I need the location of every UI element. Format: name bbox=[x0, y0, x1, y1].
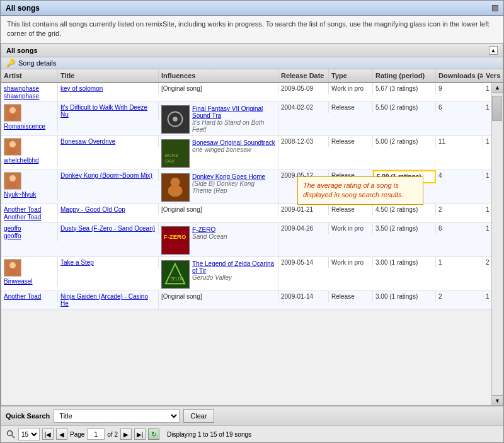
scroll-down-button[interactable]: ▼ bbox=[492, 395, 503, 405]
svg-point-4 bbox=[173, 117, 178, 122]
song-title-link[interactable]: Dusty Sea (F-Zero - Sand Ocean) bbox=[60, 225, 155, 232]
artist-link[interactable]: Another Toad bbox=[4, 293, 41, 300]
scroll-track bbox=[492, 93, 503, 395]
last-page-button[interactable]: ▶| bbox=[134, 429, 146, 440]
influence-sub: Gerudo Valley bbox=[192, 274, 275, 281]
artist-link[interactable]: Nyuk~Nyuk bbox=[4, 191, 36, 198]
release-date-cell: 2008-12-03 bbox=[278, 136, 329, 147]
artist-link[interactable]: Binweasel bbox=[4, 278, 33, 285]
influence-thumb: Donkey Kong Goes Home (Side B) Donkey Ko… bbox=[161, 173, 275, 202]
footer-bar: Quick Search Title Artist Clear bbox=[1, 406, 503, 425]
first-page-button[interactable]: |◀ bbox=[42, 429, 54, 440]
avatar-figure-icon bbox=[6, 140, 20, 154]
svg-text:ZELDA: ZELDA bbox=[170, 276, 184, 280]
window-title: All songs bbox=[6, 4, 40, 13]
title-cell: Bonesaw Overdrive bbox=[58, 136, 159, 147]
influence-cell: F-ZERO F-ZERO Sand Ocean bbox=[159, 223, 278, 256]
artist-link[interactable]: geoffo bbox=[4, 225, 21, 232]
influence-link[interactable]: Donkey Kong Goes Home bbox=[192, 173, 275, 180]
influence-sub: Sand Ocean bbox=[192, 233, 227, 240]
panel-title: All songs bbox=[6, 47, 38, 54]
song-title-link[interactable]: Mappy - Good Old Cop bbox=[60, 206, 125, 213]
influence-text: [Original song] bbox=[161, 85, 202, 92]
artist-cell: shawnphase shawnphase bbox=[1, 83, 58, 101]
avatar bbox=[4, 138, 21, 156]
window-control-icon[interactable] bbox=[492, 5, 498, 11]
scroll-thumb[interactable] bbox=[492, 96, 502, 121]
release-date-cell: 2009-04-26 bbox=[278, 223, 329, 234]
influence-info: Donkey Kong Goes Home (Side B) Donkey Ko… bbox=[192, 173, 275, 194]
grid-body: shawnphase shawnphase key of solomon [Or… bbox=[1, 83, 491, 405]
artist-link-2[interactable]: geoffo bbox=[4, 233, 21, 239]
artist-link-2[interactable]: shawnphase bbox=[4, 93, 39, 100]
downloads-cell: 4 bbox=[436, 170, 483, 181]
artist-cell: Binweasel bbox=[1, 257, 58, 287]
search-icon[interactable] bbox=[6, 429, 16, 439]
influence-sub: (Side B) Donkey Kong Theme (Rep bbox=[192, 180, 275, 194]
influence-thumb: BONE SAW Bonesaw Original Soundtrack one… bbox=[161, 139, 275, 168]
scrollbar[interactable]: ▲ ▼ bbox=[491, 83, 503, 405]
thumb-image: F-ZERO bbox=[161, 226, 190, 255]
artist-link[interactable]: shawnphase bbox=[4, 85, 39, 92]
search-field-select[interactable]: Title Artist bbox=[54, 409, 180, 423]
influence-info: Final Fantasy VII Original Sound Tra It'… bbox=[192, 105, 275, 133]
song-title-link[interactable]: Bonesaw Overdrive bbox=[60, 138, 115, 145]
influence-thumb: ZELDA The Legend of Zelda Ocarina of Tir… bbox=[161, 260, 275, 289]
title-cell: key of solomon bbox=[58, 83, 159, 94]
artist-cell: Nyuk~Nyuk bbox=[1, 170, 58, 200]
song-title-link[interactable]: key of solomon bbox=[60, 85, 103, 92]
clear-button[interactable]: Clear bbox=[183, 409, 214, 423]
table-row: whelchelbhd Bonesaw Overdrive BONE SAW bbox=[1, 136, 491, 170]
thumb-icon bbox=[162, 105, 189, 134]
description-text: This list contains all songs currently l… bbox=[7, 20, 489, 37]
rating-cell: 4.50 (2 ratings) bbox=[373, 204, 436, 215]
title-bar: All songs bbox=[1, 1, 503, 16]
versions-cell: 1 bbox=[483, 83, 491, 94]
release-date-cell: 2009-01-14 bbox=[278, 291, 329, 302]
song-title-link[interactable]: Donkey Kong (Boom~Boom Mix) bbox=[60, 172, 152, 179]
influence-cell: [Original song] bbox=[159, 291, 278, 302]
influence-info: Bonesaw Original Soundtrack one winged b… bbox=[192, 139, 275, 153]
release-date-cell: 2004-02-02 bbox=[278, 102, 329, 113]
artist-link[interactable]: whelchelbhd bbox=[4, 157, 39, 164]
rating-cell: 5.00 (2 ratings) bbox=[373, 136, 436, 147]
artist-link-2[interactable]: Another Toad bbox=[4, 214, 41, 221]
col-type: Type bbox=[329, 69, 373, 82]
rating-cell: 5.67 (3 ratings) bbox=[373, 83, 436, 94]
title-cell: Ninja Gaiden (Arcade) - Casino He bbox=[58, 291, 159, 309]
col-influences: Influences bbox=[159, 69, 278, 82]
artist-cell: Another Toad bbox=[1, 291, 58, 302]
artist-link[interactable]: Another Toad bbox=[4, 206, 41, 213]
type-cell: Release bbox=[329, 136, 373, 147]
svg-text:F-ZERO: F-ZERO bbox=[164, 233, 186, 240]
next-page-button[interactable]: ▶ bbox=[120, 429, 132, 440]
downloads-cell: 1 bbox=[436, 257, 483, 268]
downloads-cell: 11 bbox=[436, 136, 483, 147]
versions-cell: 1 bbox=[483, 291, 491, 302]
per-page-select[interactable]: 15 25 50 bbox=[18, 428, 40, 440]
table-row: geoffo geoffo Dusty Sea (F-Zero - Sand O… bbox=[1, 223, 491, 257]
influence-cell: ZELDA The Legend of Zelda Ocarina of Tir… bbox=[159, 257, 278, 291]
scroll-up-button[interactable]: ▲ bbox=[492, 83, 503, 93]
grid-header: Artist Title Influences Release Date Typ… bbox=[1, 69, 503, 83]
song-title-link[interactable]: It's Difficult to Walk With Deeze Nu bbox=[60, 104, 147, 118]
type-cell: Work in pro bbox=[329, 83, 373, 94]
influence-link[interactable]: Final Fantasy VII Original Sound Tra bbox=[192, 105, 275, 119]
sub-header: 🔑 Song details bbox=[1, 57, 503, 69]
avatar-figure-icon bbox=[6, 106, 20, 120]
influence-link[interactable]: F-ZERO bbox=[192, 226, 227, 233]
svg-text:SAW: SAW bbox=[165, 159, 175, 163]
table-row: Nyuk~Nyuk Donkey Kong (Boom~Boom Mix) bbox=[1, 170, 491, 204]
influence-link[interactable]: Bonesaw Original Soundtrack bbox=[192, 139, 275, 146]
avatar bbox=[4, 172, 21, 190]
prev-page-button[interactable]: ◀ bbox=[56, 429, 67, 440]
influence-link[interactable]: The Legend of Zelda Ocarina of Tir bbox=[192, 260, 275, 274]
artist-link[interactable]: Romaniscence bbox=[4, 123, 45, 130]
song-title-link[interactable]: Take a Step bbox=[60, 259, 94, 266]
type-cell: Release bbox=[329, 204, 373, 215]
refresh-button[interactable]: ↻ bbox=[148, 429, 159, 440]
svg-rect-15 bbox=[162, 227, 189, 254]
song-title-link[interactable]: Ninja Gaiden (Arcade) - Casino He bbox=[60, 293, 148, 307]
collapse-button[interactable]: ▲ bbox=[489, 46, 498, 55]
page-input[interactable] bbox=[87, 429, 105, 440]
